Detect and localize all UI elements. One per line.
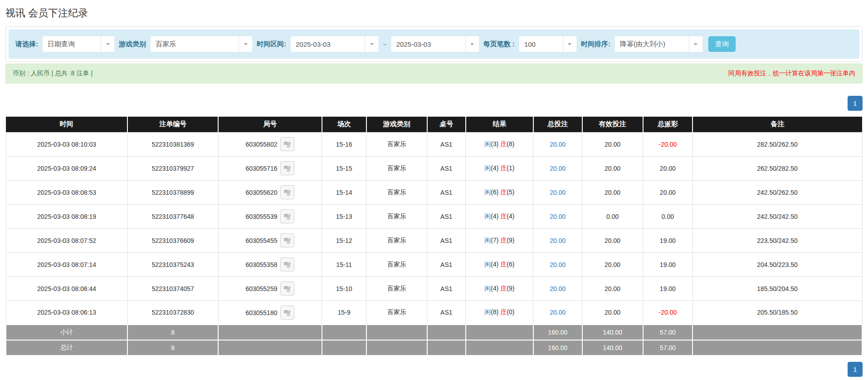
column-header: 游戏类别 <box>366 117 427 132</box>
table-row: 2025-03-03 08:07:14522310375243603055358… <box>6 252 862 276</box>
valid-bet-cell: 20.00 <box>582 156 643 180</box>
column-header: 结果 <box>466 117 533 132</box>
result-player: 闲 <box>484 164 491 172</box>
round-cell: 603055358 <box>218 252 322 276</box>
page-title: 视讯 会员下注纪录 <box>5 6 863 20</box>
column-header: 注单编号 <box>127 117 218 132</box>
round-number: 603055802 <box>245 141 277 148</box>
table-row: 2025-03-03 08:08:53522310378899603055620… <box>6 180 862 204</box>
total-bet-cell[interactable]: 20.00 <box>533 156 582 180</box>
time-cell: 2025-03-03 08:10:03 <box>6 132 127 156</box>
round-cell: 603055716 <box>218 156 322 180</box>
bet-id-cell: 522310381369 <box>127 132 218 156</box>
date-range-tilde: ~ <box>383 40 387 48</box>
table-row: 2025-03-03 08:06:44522310374057603055259… <box>6 276 862 301</box>
table-number-cell: AS1 <box>427 156 466 180</box>
chevron-down-icon[interactable] <box>465 36 479 52</box>
time-cell: 2025-03-03 08:06:44 <box>6 276 127 301</box>
chevron-down-icon[interactable] <box>365 36 378 52</box>
summary-cell <box>322 340 366 355</box>
remark-cell: 223.50/242.50 <box>692 228 862 252</box>
bet-records-table: 时间注单编号局号场次游戏类别桌号结果总投注有效投注总派彩备注 2025-03-0… <box>5 117 863 356</box>
column-header: 有效投注 <box>582 117 643 132</box>
round-number: 603055259 <box>245 285 277 292</box>
pagination-page-1-button[interactable]: 1 <box>848 96 863 111</box>
total-bet-cell[interactable]: 20.00 <box>533 180 582 204</box>
total-bet-cell[interactable]: 20.00 <box>533 204 582 228</box>
result-banker: 庄 <box>500 164 507 172</box>
page-size-select[interactable]: 100 <box>519 36 577 52</box>
column-header: 局号 <box>218 117 322 132</box>
video-camera-icon <box>283 164 291 172</box>
chevron-down-icon[interactable] <box>563 36 576 52</box>
summary-cell <box>366 340 427 355</box>
date-to-select[interactable]: 2025-03-03 <box>391 36 479 52</box>
time-cell: 2025-03-03 08:07:14 <box>6 252 127 276</box>
remark-cell: 282.50/262.50 <box>692 132 862 156</box>
result-player: 闲 <box>484 261 491 268</box>
search-button[interactable]: 查询 <box>708 36 736 52</box>
result-cell: 闲(4) 庄(9) <box>466 276 533 301</box>
round-cell: 603055180 <box>218 301 322 325</box>
video-camera-icon <box>283 188 291 196</box>
payout-cell: 19.00 <box>643 228 693 252</box>
column-header: 场次 <box>322 117 366 132</box>
bet-id-cell: 522310376609 <box>127 228 218 252</box>
video-replay-button[interactable] <box>280 257 294 271</box>
currency-summary-text: 币别 : 人民币 | 总共 :8 注单 | <box>13 69 93 78</box>
total-bet-cell[interactable]: 20.00 <box>533 252 582 276</box>
table-number-cell: AS1 <box>427 228 466 252</box>
summary-cell <box>692 340 862 355</box>
video-camera-icon <box>283 261 291 268</box>
video-replay-button[interactable] <box>280 281 294 296</box>
session-cell: 15-9 <box>322 301 366 325</box>
result-cell: 闲(3) 庄(8) <box>466 132 533 156</box>
filter-bar: 请选择: 日期查询 游戏类别 百家乐 时间区间: 2025-03-03 ~ 20… <box>9 30 859 59</box>
result-player: 闲 <box>484 237 491 244</box>
query-type-value: 日期查询 <box>43 36 101 52</box>
video-replay-button[interactable] <box>280 161 294 175</box>
sort-order-select[interactable]: 降幂(由大到小) <box>614 36 703 52</box>
video-replay-button[interactable] <box>280 185 294 199</box>
column-header: 备注 <box>692 117 862 132</box>
result-banker: 庄 <box>500 308 507 316</box>
table-row: 2025-03-03 08:06:13522310372830603055180… <box>6 301 862 325</box>
date-from-select[interactable]: 2025-03-03 <box>290 36 379 52</box>
game-category-cell: 百家乐 <box>366 276 427 301</box>
table-number-cell: AS1 <box>427 132 466 156</box>
summary-cell <box>366 325 427 340</box>
valid-bet-cell: 20.00 <box>582 180 643 204</box>
game-category-select[interactable]: 百家乐 <box>150 36 253 52</box>
remark-cell: 262.50/282.50 <box>692 156 862 180</box>
result-banker: 庄 <box>500 140 507 148</box>
video-replay-button[interactable] <box>280 233 294 247</box>
chevron-down-icon[interactable] <box>239 36 252 52</box>
chevron-down-icon[interactable] <box>101 36 114 52</box>
total-bet-cell[interactable]: 20.00 <box>533 132 582 156</box>
time-cell: 2025-03-03 08:07:52 <box>6 228 127 252</box>
chevron-down-icon[interactable] <box>689 36 702 52</box>
summary-cell: 总计 <box>6 340 127 355</box>
game-category-cell: 百家乐 <box>366 132 427 156</box>
table-number-cell: AS1 <box>427 204 466 228</box>
bet-id-cell: 522310377648 <box>127 204 218 228</box>
filter-panel: 请选择: 日期查询 游戏类别 百家乐 时间区间: 2025-03-03 ~ 20… <box>5 26 863 62</box>
summary-cell <box>218 340 322 355</box>
query-type-select[interactable]: 日期查询 <box>42 36 115 52</box>
total-bet-cell[interactable]: 20.00 <box>533 301 582 325</box>
summary-bar: 币别 : 人民币 | 总共 :8 注单 | 同局有效投注，统一计算在该局第一张注… <box>5 64 863 84</box>
summary-cell: 140.00 <box>582 325 643 340</box>
valid-bet-cell: 20.00 <box>582 276 643 301</box>
page-size-label: 每页笔数 : <box>483 40 515 49</box>
summary-cell <box>427 325 466 340</box>
remark-cell: 242.50/262.50 <box>692 180 862 204</box>
pagination-page-1-button[interactable]: 1 <box>848 362 863 377</box>
video-replay-button[interactable] <box>280 209 294 223</box>
remark-cell: 185.50/204.50 <box>692 276 862 301</box>
total-bet-cell[interactable]: 20.00 <box>533 276 582 301</box>
remark-cell: 205.50/185.50 <box>692 301 862 325</box>
video-replay-button[interactable] <box>280 306 294 320</box>
game-category-label: 游戏类别 <box>119 40 146 49</box>
total-bet-cell[interactable]: 20.00 <box>533 228 582 252</box>
video-replay-button[interactable] <box>280 137 294 151</box>
